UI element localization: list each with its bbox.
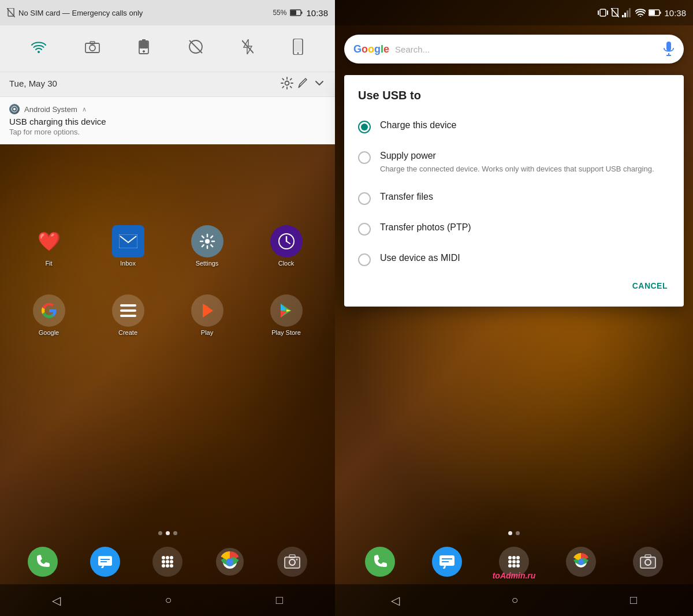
- svg-rect-89: [645, 555, 651, 558]
- search-bar[interactable]: Google Search...: [344, 35, 684, 64]
- notification-shade: No SIM card — Emergency calls only 55% 1…: [0, 0, 335, 144]
- radio-charge: [358, 121, 371, 133]
- right-dock-sms[interactable]: [432, 547, 462, 577]
- google-label: Google: [39, 329, 59, 336]
- svg-rect-11: [142, 39, 146, 42]
- option-charge-content: Charge this device: [380, 120, 670, 132]
- inbox-label: Inbox: [120, 260, 136, 267]
- usb-dialog: Use USB to Charge this device Supply pow…: [344, 75, 684, 307]
- dialog-option-charge[interactable]: Charge this device: [344, 114, 684, 139]
- notification-app-name: Android System: [24, 105, 77, 114]
- option-midi-content: Use device as MIDI: [380, 252, 670, 264]
- dialog-option-midi[interactable]: Use device as MIDI: [344, 247, 684, 272]
- clock-label: Clock: [278, 260, 295, 267]
- nav-bar-left: ◁ ○ □: [0, 584, 335, 616]
- dock-sms[interactable]: [90, 547, 120, 577]
- svg-point-82: [512, 564, 516, 568]
- status-bar-left: No SIM card — Emergency calls only 55% 1…: [0, 0, 335, 25]
- no-sim-text: No SIM card — Emergency calls only: [18, 9, 143, 17]
- cancel-button[interactable]: CANCEL: [625, 277, 675, 295]
- back-btn-left[interactable]: ◁: [52, 593, 61, 607]
- dialog-option-transfer-files[interactable]: Transfer files: [344, 185, 684, 211]
- radio-supply: [358, 151, 371, 164]
- svg-rect-52: [285, 557, 300, 568]
- flash-quick-icon[interactable]: [242, 39, 254, 58]
- svg-point-23: [13, 108, 16, 110]
- svg-point-41: [170, 556, 173, 559]
- svg-rect-67: [649, 10, 655, 15]
- mic-icon[interactable]: [663, 42, 675, 57]
- right-dock-phone[interactable]: [365, 547, 395, 577]
- app-google[interactable]: Google: [12, 294, 86, 336]
- watermark: toAdmin.ru: [493, 571, 536, 580]
- wifi-right-icon: [635, 9, 646, 17]
- option-transfer-files-label: Transfer files: [380, 191, 670, 203]
- svg-point-46: [166, 564, 169, 568]
- app-inbox[interactable]: Inbox: [91, 225, 165, 267]
- page-dots-right: [335, 531, 693, 535]
- notification-title: USB charging this device: [9, 117, 326, 126]
- svg-line-21: [300, 85, 301, 87]
- dock-chrome[interactable]: [215, 547, 245, 577]
- wifi-quick-icon[interactable]: [31, 40, 46, 57]
- svg-rect-35: [98, 556, 112, 566]
- svg-point-39: [162, 556, 165, 559]
- playstore-label: Play Store: [271, 329, 301, 336]
- dialog-option-transfer-photos[interactable]: Transfer photos (PTP): [344, 216, 684, 241]
- notification-item[interactable]: Android System ∧ USB charging this devic…: [0, 96, 335, 144]
- svg-rect-31: [120, 309, 136, 312]
- create-label: Create: [118, 329, 137, 336]
- app-play[interactable]: Play: [170, 294, 244, 336]
- dock-camera[interactable]: [277, 547, 307, 577]
- dialog-option-supply[interactable]: Supply power Charge the connected device…: [344, 144, 684, 180]
- recents-btn-right[interactable]: □: [630, 593, 637, 607]
- app-settings[interactable]: Settings: [170, 225, 244, 267]
- svg-rect-68: [660, 12, 661, 14]
- edit-icon[interactable]: [298, 78, 308, 88]
- right-dock-chrome[interactable]: [566, 547, 596, 577]
- option-supply-label: Supply power: [380, 150, 670, 162]
- svg-rect-64: [629, 8, 631, 17]
- home-btn-left[interactable]: ○: [165, 593, 172, 607]
- date-row-icons: [281, 77, 326, 89]
- battery-text: 55%: [273, 9, 286, 17]
- recents-btn-left[interactable]: □: [276, 593, 283, 607]
- status-bar-left-content: No SIM card — Emergency calls only: [7, 8, 273, 17]
- svg-line-29: [286, 241, 290, 244]
- dock-apps[interactable]: [152, 547, 182, 577]
- dot-2: [166, 531, 170, 535]
- fit-icon: ❤️: [33, 225, 65, 257]
- back-btn-right[interactable]: ◁: [391, 593, 400, 607]
- dot-3: [173, 531, 177, 535]
- home-btn-right[interactable]: ○: [511, 593, 518, 607]
- status-bar-right-content: 55% 10:38: [273, 8, 328, 18]
- app-create[interactable]: Create: [91, 294, 165, 336]
- battery-saver-quick-icon[interactable]: [139, 39, 149, 58]
- left-panel: No SIM card — Emergency calls only 55% 1…: [0, 0, 335, 616]
- svg-point-20: [285, 81, 289, 85]
- svg-point-43: [166, 560, 169, 563]
- svg-rect-10: [140, 42, 148, 48]
- settings-icon[interactable]: [281, 77, 293, 89]
- svg-point-44: [170, 560, 173, 563]
- search-input[interactable]: Search...: [395, 44, 657, 54]
- right-panel: ⚙ ⚙: [335, 0, 693, 616]
- radio-inner-charge: [361, 124, 368, 130]
- dock-phone[interactable]: [28, 547, 58, 577]
- google-icon: [33, 294, 65, 327]
- svg-point-42: [162, 560, 165, 563]
- app-playstore[interactable]: Play Store: [249, 294, 323, 336]
- camera-quick-icon[interactable]: [85, 40, 100, 57]
- app-fit[interactable]: ❤️ Fit: [12, 225, 86, 267]
- phone-quick-icon[interactable]: [292, 39, 304, 58]
- app-row-1: ❤️ Fit Inbox Settings: [0, 225, 335, 267]
- chevron-down-icon[interactable]: [313, 77, 326, 89]
- date-row: Tue, May 30: [0, 72, 335, 96]
- app-clock[interactable]: Clock: [249, 225, 323, 267]
- svg-point-79: [512, 560, 516, 563]
- right-dock-camera[interactable]: [633, 547, 663, 577]
- svg-point-81: [508, 564, 512, 568]
- fit-label: Fit: [45, 260, 52, 267]
- svg-point-76: [512, 556, 516, 559]
- dnd-quick-icon[interactable]: [188, 39, 203, 58]
